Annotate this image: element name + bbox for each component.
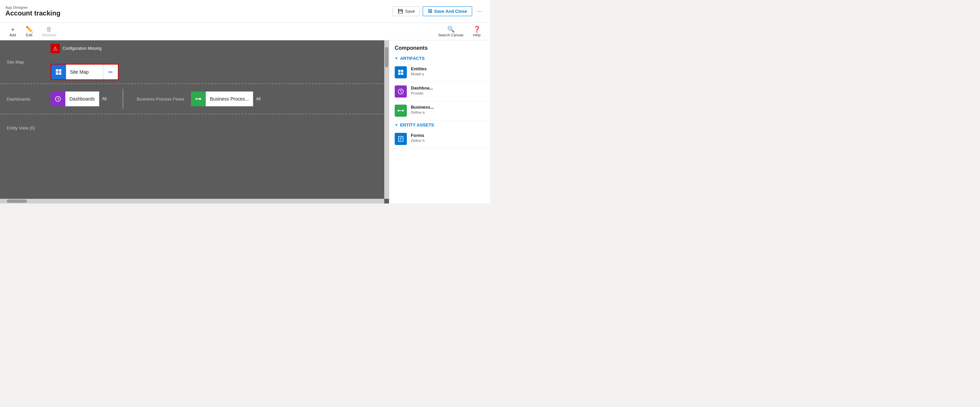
svg-point-2 bbox=[200, 98, 201, 100]
forms-name: Forms bbox=[411, 133, 425, 138]
search-canvas-button[interactable]: 🔍 Search Canvas bbox=[434, 25, 468, 38]
help-label: Help bbox=[473, 33, 480, 37]
bpf-card-text: Business Proces... bbox=[206, 96, 253, 101]
save-label: Save bbox=[405, 9, 415, 14]
dashboard-card-text: Dashboards bbox=[65, 96, 99, 101]
dashboards-name: Dashboa... bbox=[411, 86, 433, 90]
warning-icon: ⚠ bbox=[51, 44, 60, 53]
entities-icon bbox=[395, 66, 407, 78]
svg-rect-8 bbox=[398, 73, 401, 75]
sitemap-card[interactable]: Site Map ✏ bbox=[51, 64, 119, 80]
bpf-text: Business... Define a bbox=[411, 105, 434, 114]
header-title-area: App Designer Account tracking bbox=[5, 5, 60, 17]
bpf-row-label: Business Process Flows bbox=[137, 97, 184, 101]
app-designer-label: App Designer bbox=[5, 5, 60, 10]
bpf-icon bbox=[395, 105, 407, 117]
help-button[interactable]: ❓ Help bbox=[469, 25, 485, 38]
sitemap-edit-button[interactable]: ✏ bbox=[103, 65, 118, 79]
config-missing-banner: ⚠ Configuration Missing bbox=[51, 44, 119, 53]
dashboards-row: Dashboards Dashboards All Business Proce… bbox=[0, 84, 384, 114]
dashboards-row-label: Dashboards bbox=[7, 97, 51, 101]
row-divider bbox=[123, 89, 123, 109]
artifacts-section-label: ARTIFACTS bbox=[400, 56, 425, 61]
header-actions-area: 💾 Save 🖫 Save And Close ⋯ bbox=[393, 6, 485, 16]
entity-assets-section-label: ENTITY ASSETS bbox=[400, 122, 434, 127]
svg-point-11 bbox=[398, 110, 399, 112]
canvas: Site Map ⚠ Configuration Missing Site Ma… bbox=[0, 40, 389, 204]
more-icon: ⋯ bbox=[477, 9, 482, 14]
entities-name: Entities bbox=[411, 66, 427, 71]
bpf-all-badge: All bbox=[253, 92, 263, 106]
edit-toolbar-button[interactable]: ✏️ Edit bbox=[22, 25, 37, 38]
save-and-close-button[interactable]: 🖫 Save And Close bbox=[423, 6, 472, 16]
save-close-icon: 🖫 bbox=[428, 9, 432, 14]
dashboard-card-icon bbox=[51, 92, 65, 106]
toolbar-right-area: 🔍 Search Canvas ❓ Help bbox=[434, 25, 485, 38]
svg-point-12 bbox=[402, 110, 404, 112]
bpf-card[interactable]: Business Proces... All bbox=[191, 92, 263, 106]
components-sidebar: Components ▼ ARTIFACTS Entities Model a … bbox=[389, 40, 490, 204]
dashboards-text: Dashboa... Provide bbox=[411, 86, 433, 95]
artifacts-arrow-icon: ▼ bbox=[395, 57, 398, 60]
add-toolbar-button[interactable]: ＋ Add bbox=[5, 25, 20, 38]
save-icon: 💾 bbox=[398, 9, 403, 14]
forms-desc: Define h bbox=[411, 139, 425, 143]
main-area: Site Map ⚠ Configuration Missing Site Ma… bbox=[0, 40, 490, 204]
svg-rect-9 bbox=[401, 73, 403, 75]
canvas-content: Site Map ⚠ Configuration Missing Site Ma… bbox=[0, 40, 384, 199]
edit-label: Edit bbox=[26, 33, 32, 37]
entity-assets-arrow-icon: ▼ bbox=[395, 123, 398, 127]
toolbar: ＋ Add ✏️ Edit 🗑 Remove 🔍 Search Canvas ❓… bbox=[0, 23, 490, 40]
horizontal-scrollbar[interactable] bbox=[0, 199, 384, 204]
search-canvas-label: Search Canvas bbox=[438, 33, 463, 37]
sidebar-item-bpf[interactable]: Business... Define a bbox=[389, 101, 490, 120]
sitemap-row-label: Site Map bbox=[7, 60, 51, 65]
components-title: Components bbox=[389, 40, 490, 54]
config-missing-text: Configuration Missing bbox=[63, 46, 101, 51]
remove-icon: 🗑 bbox=[46, 26, 52, 32]
add-label: Add bbox=[10, 33, 16, 37]
bpf-name: Business... bbox=[411, 105, 434, 110]
app-name-title: Account tracking bbox=[5, 10, 60, 17]
remove-label: Remove bbox=[43, 33, 56, 37]
entity-assets-section-header[interactable]: ▼ ENTITY ASSETS bbox=[389, 120, 490, 130]
bpf-card-icon bbox=[191, 92, 206, 106]
sitemap-card-text: Site Map bbox=[66, 69, 103, 74]
more-options-button[interactable]: ⋯ bbox=[475, 7, 485, 15]
forms-icon bbox=[395, 133, 407, 145]
svg-rect-7 bbox=[401, 70, 403, 72]
svg-rect-6 bbox=[398, 70, 401, 72]
entity-view-label: Entity View (0) bbox=[7, 125, 51, 130]
vertical-scrollbar[interactable] bbox=[384, 40, 389, 199]
entities-text: Entities Model a bbox=[411, 66, 427, 76]
help-icon: ❓ bbox=[473, 26, 480, 32]
dashboards-icon bbox=[395, 86, 407, 98]
forms-text: Forms Define h bbox=[411, 133, 425, 143]
sidebar-item-dashboards[interactable]: Dashboa... Provide bbox=[389, 82, 490, 101]
bpf-desc: Define a bbox=[411, 110, 434, 114]
add-icon: ＋ bbox=[10, 26, 16, 32]
entity-view-row: Entity View (0) bbox=[0, 114, 384, 141]
scroll-thumb-h[interactable] bbox=[7, 200, 27, 203]
sitemap-card-icon bbox=[51, 65, 66, 79]
search-canvas-icon: 🔍 bbox=[447, 26, 455, 32]
entities-desc: Model a bbox=[411, 72, 427, 76]
sidebar-item-entities[interactable]: Entities Model a bbox=[389, 63, 490, 82]
scroll-thumb-v[interactable] bbox=[385, 47, 388, 67]
save-close-label: Save And Close bbox=[434, 9, 467, 14]
dashboard-all-badge: All bbox=[99, 92, 109, 106]
artifacts-section-header[interactable]: ▼ ARTIFACTS bbox=[389, 54, 490, 63]
save-button[interactable]: 💾 Save bbox=[393, 6, 420, 16]
edit-icon: ✏️ bbox=[25, 26, 33, 32]
app-header: App Designer Account tracking 💾 Save 🖫 S… bbox=[0, 0, 490, 23]
dashboards-card[interactable]: Dashboards All bbox=[51, 92, 109, 106]
sitemap-row: Site Map ⚠ Configuration Missing Site Ma… bbox=[0, 40, 384, 84]
sidebar-item-forms[interactable]: Forms Define h bbox=[389, 130, 490, 149]
remove-toolbar-button[interactable]: 🗑 Remove bbox=[38, 25, 60, 38]
dashboards-desc: Provide bbox=[411, 91, 433, 95]
svg-point-1 bbox=[196, 98, 197, 100]
